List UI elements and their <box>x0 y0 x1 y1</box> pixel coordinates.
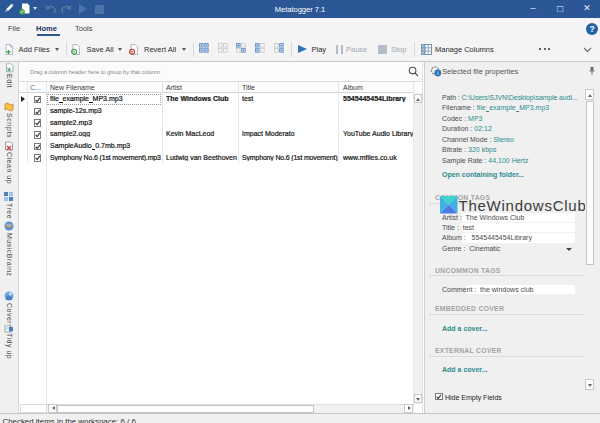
svg-text:i: i <box>437 70 438 76</box>
